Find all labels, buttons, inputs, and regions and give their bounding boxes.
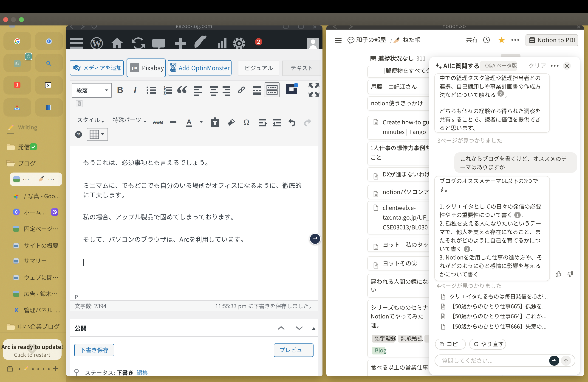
svg-text:“: “ [176,81,188,106]
svg-text:ABC: ABC [153,119,163,125]
svg-text:I: I [134,85,136,95]
svg-text:W: W [92,38,102,49]
svg-text:Ω: Ω [243,118,249,126]
svg-text:?: ? [77,132,80,137]
svg-text:A: A [187,118,191,126]
svg-text:B: B [117,85,123,95]
svg-text:3: 3 [164,92,166,96]
svg-text:2: 2 [257,38,260,45]
